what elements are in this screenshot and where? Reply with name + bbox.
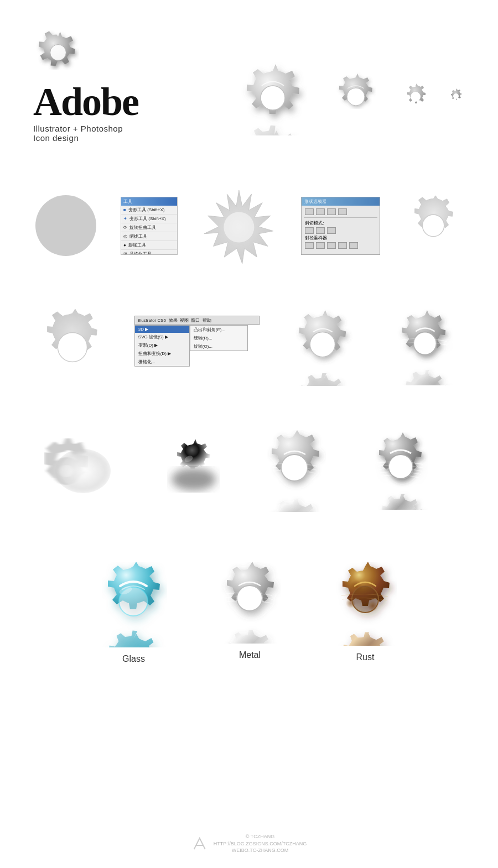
final-items-row: Glass: [88, 562, 410, 664]
hatch-gear: [33, 438, 136, 504]
flat-gear-outline: [402, 195, 465, 256]
page-title: Adobe: [33, 82, 138, 122]
menu-panel: illustrator CS6 效果 视图 窗口 帮助 3D ▶ SVG 滤镜(…: [134, 316, 260, 379]
glass-gear: [88, 562, 179, 647]
icon-design-label: Icon design: [33, 133, 79, 143]
final-item-metal: Metal: [207, 562, 293, 660]
section-construction1: 工具 ■ 变形工具 (Shift+X) ✦ 变形工具 (Shift+X) ⟳ 旋…: [0, 170, 498, 281]
subtitle: Illustrator + Photoshop: [33, 124, 123, 133]
header-gear-tiny: [447, 87, 465, 104]
section-construction2: illustrator CS6 效果 视图 窗口 帮助 3D ▶ SVG 滤镜(…: [0, 292, 498, 402]
metallic-gear-v1: [252, 430, 338, 512]
panel-title: 工具: [121, 197, 177, 206]
header-gear-large: [226, 55, 312, 135]
shadow-blob: [158, 438, 230, 504]
footer-logo: [191, 835, 208, 852]
effects-panel: 形状选项器 斜切模式: 射径垂样器: [301, 197, 380, 255]
construction2-row: illustrator CS6 效果 视图 窗口 帮助 3D ▶ SVG 滤镜(…: [33, 308, 465, 386]
effects-panel-title: 形状选项器: [302, 197, 380, 206]
metal-gear: [207, 562, 293, 644]
header-gear-small: [400, 82, 430, 109]
svg-point-7: [453, 93, 459, 99]
header-gear-logo: [33, 28, 83, 77]
construction1-row: 工具 ■ 变形工具 (Shift+X) ✦ 变形工具 (Shift+X) ⟳ 旋…: [33, 187, 465, 264]
rust-label: Rust: [356, 652, 375, 662]
svg-point-18: [55, 449, 111, 493]
svg-point-8: [224, 212, 255, 242]
section-final: Glass: [0, 551, 498, 675]
metal-label: Metal: [239, 650, 261, 660]
menu-bar: illustrator CS6 效果 视图 窗口 帮助: [134, 316, 260, 325]
footer: © TCZHANG HTTP://BLOG.ZGSIGNS.COM/TCZHAN…: [191, 833, 307, 854]
rust-gear: [320, 562, 410, 646]
header-gears: [226, 28, 465, 135]
3d-gear-shaded2: [386, 309, 465, 385]
svg-point-19: [172, 468, 216, 490]
header-left: Adobe Illustrator + Photoshop Icon desig…: [33, 28, 204, 143]
tool-panel: 工具 ■ 变形工具 (Shift+X) ✦ 变形工具 (Shift+X) ⟳ 旋…: [121, 197, 178, 255]
header-gear-medium: [328, 70, 383, 121]
flat-gear-light: [33, 308, 112, 386]
svg-point-36: [352, 586, 378, 613]
section-effects: [0, 414, 498, 529]
glass-label: Glass: [122, 654, 145, 664]
final-item-rust: Rust: [320, 562, 410, 662]
svg-point-6: [411, 92, 421, 102]
footer-text: © TCZHANG HTTP://BLOG.ZGSIGNS.COM/TCZHAN…: [214, 833, 307, 854]
header-section: Adobe Illustrator + Photoshop Icon desig…: [0, 0, 498, 154]
effects-row: [33, 430, 465, 512]
final-item-glass: Glass: [88, 562, 179, 664]
metallic-gear-v2: [360, 432, 442, 510]
circle-shape-container: [33, 195, 98, 256]
3d-gear-shaded1: [282, 308, 364, 386]
circle-shape: [35, 195, 96, 256]
star-spike-shape: [200, 187, 279, 264]
